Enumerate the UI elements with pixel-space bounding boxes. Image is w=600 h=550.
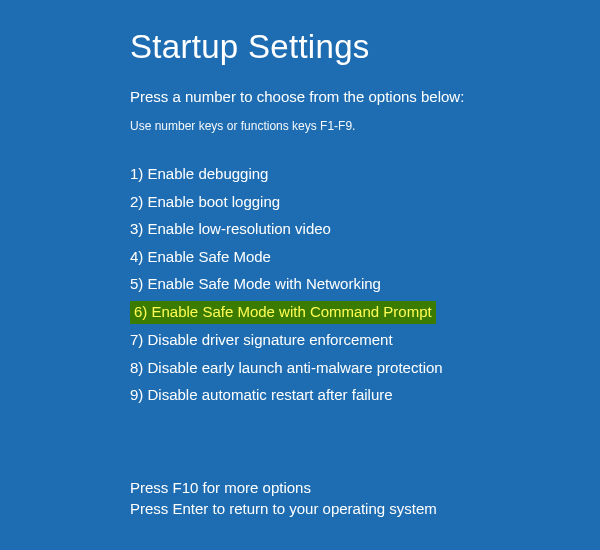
option-9[interactable]: 9) Disable automatic restart after failu… bbox=[130, 384, 600, 407]
option-4-label: 4) Enable Safe Mode bbox=[130, 246, 271, 269]
option-1[interactable]: 1) Enable debugging bbox=[130, 163, 600, 186]
option-8[interactable]: 8) Disable early launch anti-malware pro… bbox=[130, 357, 600, 380]
option-2[interactable]: 2) Enable boot logging bbox=[130, 191, 600, 214]
footer-more-options: Press F10 for more options bbox=[130, 479, 600, 496]
option-5-label: 5) Enable Safe Mode with Networking bbox=[130, 273, 381, 296]
option-4[interactable]: 4) Enable Safe Mode bbox=[130, 246, 600, 269]
footer: Press F10 for more options Press Enter t… bbox=[130, 479, 600, 517]
option-9-label: 9) Disable automatic restart after failu… bbox=[130, 384, 393, 407]
footer-return: Press Enter to return to your operating … bbox=[130, 500, 600, 517]
option-2-label: 2) Enable boot logging bbox=[130, 191, 280, 214]
option-6-label: 6) Enable Safe Mode with Command Prompt bbox=[130, 301, 436, 325]
option-1-label: 1) Enable debugging bbox=[130, 163, 268, 186]
option-5[interactable]: 5) Enable Safe Mode with Networking bbox=[130, 273, 600, 296]
startup-settings-screen: Startup Settings Press a number to choos… bbox=[0, 0, 600, 517]
instruction-text: Press a number to choose from the option… bbox=[130, 88, 600, 105]
page-title: Startup Settings bbox=[130, 28, 600, 66]
option-7-label: 7) Disable driver signature enforcement bbox=[130, 329, 393, 352]
hint-text: Use number keys or functions keys F1-F9. bbox=[130, 119, 600, 133]
options-list: 1) Enable debugging2) Enable boot loggin… bbox=[130, 163, 600, 407]
option-3-label: 3) Enable low-resolution video bbox=[130, 218, 331, 241]
option-6[interactable]: 6) Enable Safe Mode with Command Prompt bbox=[130, 301, 600, 325]
option-3[interactable]: 3) Enable low-resolution video bbox=[130, 218, 600, 241]
option-7[interactable]: 7) Disable driver signature enforcement bbox=[130, 329, 600, 352]
option-8-label: 8) Disable early launch anti-malware pro… bbox=[130, 357, 443, 380]
